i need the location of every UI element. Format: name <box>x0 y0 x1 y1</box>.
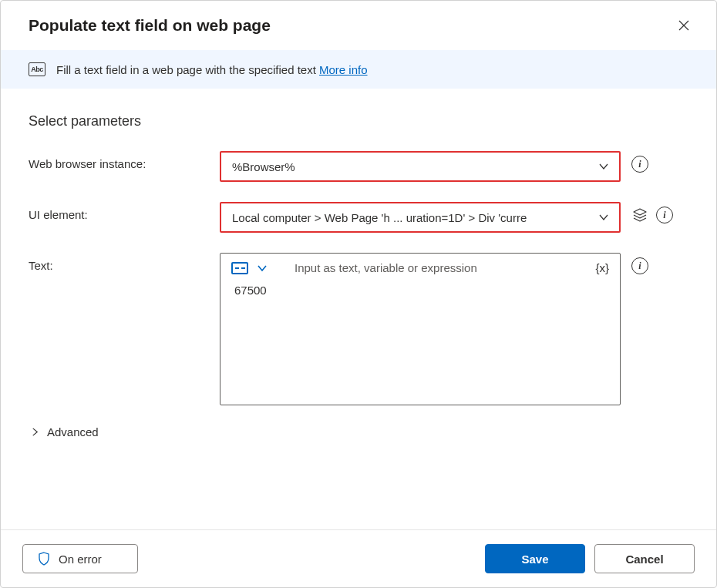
param-row-ui-element: UI element: Local computer > Web Page 'h… <box>29 202 688 233</box>
on-error-label: On error <box>59 553 102 566</box>
ui-element-value: Local computer > Web Page 'h ... uration… <box>232 211 527 224</box>
dialog-title: Populate text field on web page <box>29 16 271 35</box>
text-label: Text: <box>29 253 220 272</box>
chevron-down-icon <box>598 160 610 173</box>
save-button[interactable]: Save <box>485 544 585 573</box>
text-field-icon: Abc <box>29 62 45 76</box>
more-info-link[interactable]: More info <box>319 63 368 76</box>
browser-dropdown[interactable]: %Browser% <box>220 151 621 182</box>
param-row-text: Text: Input as text, variable or express… <box>29 253 688 405</box>
variable-picker-button[interactable]: {x} <box>595 261 609 274</box>
browser-value: %Browser% <box>232 160 295 173</box>
section-title: Select parameters <box>29 113 688 129</box>
text-input-header: Input as text, variable or expression {x… <box>220 254 620 279</box>
dialog-content: Select parameters Web browser instance: … <box>1 89 716 529</box>
text-input-box[interactable]: Input as text, variable or expression {x… <box>220 253 621 405</box>
cancel-button[interactable]: Cancel <box>594 544 695 573</box>
info-icon[interactable]: i <box>631 257 648 274</box>
advanced-toggle[interactable]: Advanced <box>29 425 688 438</box>
chevron-down-icon <box>598 211 610 223</box>
ui-element-picker-icon[interactable] <box>631 207 648 223</box>
advanced-label: Advanced <box>47 425 99 438</box>
on-error-button[interactable]: On error <box>22 544 138 573</box>
info-icon[interactable]: i <box>631 156 648 173</box>
dialog-footer: On error Save Cancel <box>1 529 716 587</box>
text-placeholder: Input as text, variable or expression <box>295 261 587 274</box>
close-button[interactable] <box>673 15 695 36</box>
ui-element-dropdown[interactable]: Local computer > Web Page 'h ... uration… <box>220 202 621 233</box>
banner-text: Fill a text field in a web page with the… <box>56 63 368 76</box>
browser-label: Web browser instance: <box>29 151 220 170</box>
dialog-header: Populate text field on web page <box>1 1 716 50</box>
chevron-right-icon <box>29 426 41 438</box>
chevron-down-icon[interactable] <box>256 262 268 274</box>
shield-icon <box>37 552 51 566</box>
ui-element-label: UI element: <box>29 202 220 221</box>
text-mode-icon[interactable] <box>231 262 248 274</box>
param-row-browser: Web browser instance: %Browser% i <box>29 151 688 182</box>
info-icon[interactable]: i <box>656 207 673 223</box>
text-value[interactable]: 67500 <box>220 279 620 405</box>
info-banner: Abc Fill a text field in a web page with… <box>1 50 716 89</box>
close-icon <box>678 19 690 32</box>
